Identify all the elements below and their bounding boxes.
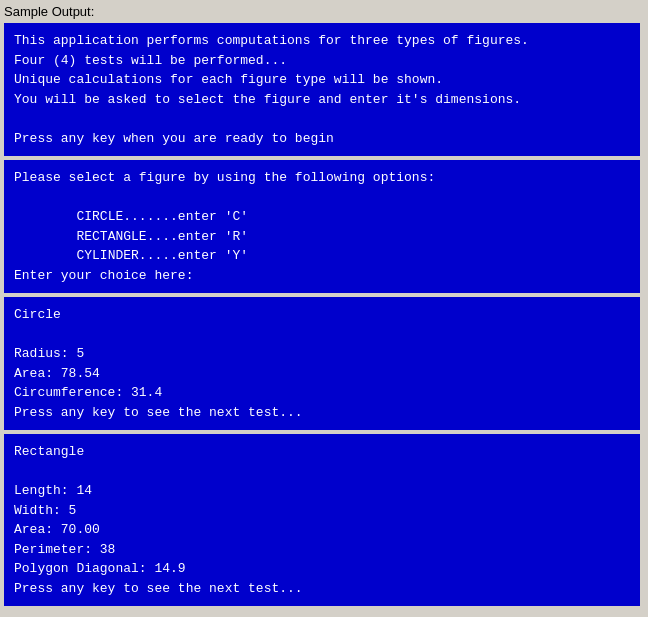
rectangle-text: Rectangle Length: 14 Width: 5 Area: 70.0… [14,442,630,598]
select-text: Please select a figure by using the foll… [14,168,630,285]
terminal-block-rectangle: Rectangle Length: 14 Width: 5 Area: 70.0… [4,434,640,606]
terminal-block-select: Please select a figure by using the foll… [4,160,640,293]
terminal-block-circle: Circle Radius: 5 Area: 78.54 Circumferen… [4,297,640,430]
terminal-block-intro: This application performs computations f… [4,23,640,156]
intro-text: This application performs computations f… [14,31,630,148]
circle-text: Circle Radius: 5 Area: 78.54 Circumferen… [14,305,630,422]
page-title: Sample Output: [4,4,644,19]
